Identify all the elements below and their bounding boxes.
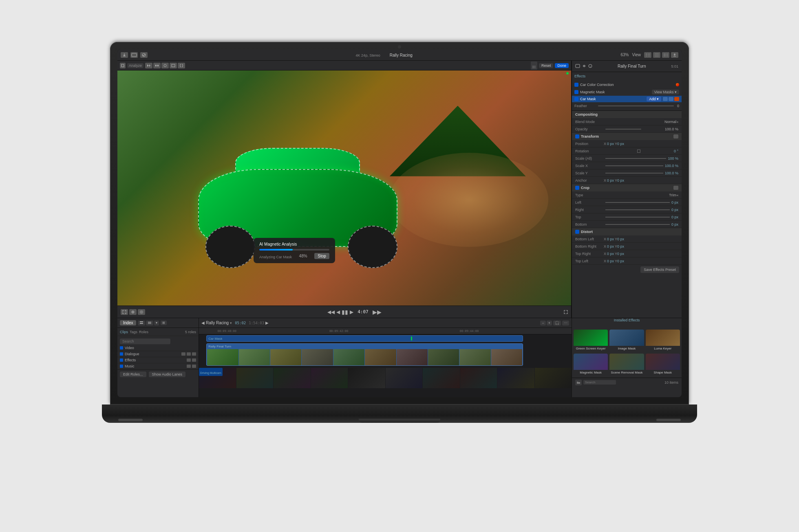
tags-tab[interactable]: Tags xyxy=(130,330,137,334)
download-icon[interactable] xyxy=(121,52,128,58)
anchor-x-value[interactable]: 0 px xyxy=(607,178,614,182)
distort-checkbox[interactable] xyxy=(575,230,579,234)
track-icon-1[interactable] xyxy=(181,352,185,356)
video-inspector-icon[interactable] xyxy=(575,64,580,69)
rally-final-turn-clip[interactable]: Rally Final Turn xyxy=(206,343,523,366)
effects-search-input[interactable] xyxy=(583,380,616,385)
shape-mask-thumb[interactable]: Shape Mask xyxy=(646,354,680,376)
opacity-slider[interactable] xyxy=(605,129,641,130)
crop-reset-icon[interactable] xyxy=(673,186,678,190)
clips-view-button[interactable] xyxy=(138,321,145,325)
effect-enabled-checkbox[interactable] xyxy=(574,83,578,87)
checkmark-icon[interactable] xyxy=(140,52,148,58)
mask-icon-1[interactable] xyxy=(663,97,668,101)
crop-top-slider[interactable] xyxy=(605,217,670,218)
add-mask-button[interactable]: Add ▾ xyxy=(647,97,661,101)
audio-toggle[interactable]: 🎧 xyxy=(553,321,561,325)
effects-folder-icon[interactable] xyxy=(575,380,582,385)
transform-tool-icon[interactable] xyxy=(129,309,137,315)
clips-tab[interactable]: Clips xyxy=(120,330,128,334)
tl-x-value[interactable]: 0 px xyxy=(607,259,614,263)
transform-checkbox[interactable] xyxy=(575,134,579,138)
top-left-row[interactable]: Top Left X 0 px Y 0 px xyxy=(572,257,682,265)
scene-removal-thumb[interactable]: Scene Removal Mask xyxy=(609,354,644,376)
edit-roles-button[interactable]: Edit Roles... xyxy=(120,372,146,377)
video-role-checkbox[interactable] xyxy=(120,346,123,350)
scale-x-row[interactable]: Scale X 100.0 % xyxy=(572,162,682,169)
rotation-row[interactable]: Rotation 0 ° xyxy=(572,147,682,155)
br-x-value[interactable]: 0 px xyxy=(607,244,614,248)
roles-tab[interactable]: Roles xyxy=(139,330,148,334)
split-icon[interactable] xyxy=(153,63,161,68)
rect-icon[interactable] xyxy=(170,63,177,68)
bl-x-value[interactable]: 0 px xyxy=(607,237,614,241)
track-icon-3[interactable] xyxy=(192,352,196,356)
crop-left-row[interactable]: Left 0 px xyxy=(572,199,682,206)
scale-all-row[interactable]: Scale (All) 100 % xyxy=(572,155,682,162)
transform-reset-icon[interactable] xyxy=(673,134,678,138)
top-right-row[interactable]: Top Right X 0 px Y 0 px xyxy=(572,250,682,257)
grid-icon[interactable] xyxy=(644,52,651,58)
crop-right-row[interactable]: Right 0 px xyxy=(572,206,682,213)
settings-tool-icon[interactable] xyxy=(138,309,145,315)
feather-slider[interactable] xyxy=(598,106,674,106)
timeline-settings[interactable]: ⋯ xyxy=(562,321,569,325)
pos-y-value[interactable]: 0 px xyxy=(617,142,624,146)
crop-checkbox[interactable] xyxy=(575,186,579,190)
tl-y-value[interactable]: 0 px xyxy=(617,259,624,263)
car-mask-row[interactable]: Car Mask Add ▾ xyxy=(572,96,682,102)
layout-icon[interactable] xyxy=(653,52,660,58)
crop-type-row[interactable]: Type Trim ◂ xyxy=(572,191,682,199)
luma-keyer-thumb[interactable]: Luma Keyer xyxy=(646,330,680,352)
crop-tool[interactable] xyxy=(120,63,126,68)
position-row[interactable]: Position X 0 px Y 0 px xyxy=(572,140,682,147)
green-screen-keyer-thumb[interactable]: Green Screen Keyer xyxy=(574,330,608,352)
group-by-button[interactable]: ▾ xyxy=(154,321,159,325)
scale-y-row[interactable]: Scale Y 100.0 % xyxy=(572,169,682,177)
go-to-start-icon[interactable]: ◀◀ xyxy=(327,309,335,315)
timeline-back-button[interactable]: ◀ xyxy=(201,321,205,325)
library-search-input[interactable] xyxy=(120,339,170,344)
bl-y-value[interactable]: 0 px xyxy=(617,237,624,241)
inspector-scroll-area[interactable]: Effects Car Color Correction xyxy=(572,72,682,318)
play-forward-btn[interactable]: ▶ xyxy=(350,309,353,315)
car-color-correction-item[interactable]: Car Color Correction xyxy=(572,81,682,88)
analyze-toolbar[interactable]: Analyze xyxy=(127,63,143,68)
anchor-y-value[interactable]: 0 px xyxy=(617,178,624,182)
show-audio-button[interactable]: Show Audio Lanes xyxy=(149,372,186,377)
anchor-row[interactable]: Anchor X 0 px Y 0 px xyxy=(572,177,682,184)
play-pause-button[interactable]: ▮▮ xyxy=(342,309,348,315)
info-icon[interactable]: i xyxy=(588,64,592,69)
audio-meters[interactable]: |||| xyxy=(531,62,537,70)
music-track-icon-1[interactable] xyxy=(187,365,191,368)
magnetic-mask-thumb[interactable]: Magnetic Mask xyxy=(574,354,608,376)
play-forward-icon[interactable] xyxy=(145,63,152,68)
mask-icon-2[interactable] xyxy=(669,97,673,101)
crop-left-slider[interactable] xyxy=(605,202,670,203)
zoom-out-button[interactable]: − xyxy=(540,321,545,325)
bottom-left-row[interactable]: Bottom Left X 0 px Y 0 px xyxy=(572,235,682,243)
mask-icon-3[interactable] xyxy=(674,97,679,101)
zoom-level[interactable]: 63% xyxy=(620,53,629,57)
timeline-tracks-area[interactable]: 00:09:40:00 00:09:42:00 00:09:44:00 Car … xyxy=(199,328,572,397)
brackets-icon[interactable] xyxy=(178,63,185,68)
opacity-row[interactable]: Opacity 100.0 % xyxy=(572,125,682,133)
audio-inspector-icon[interactable] xyxy=(582,64,587,69)
tr-y-value[interactable]: 0 px xyxy=(617,252,624,256)
scale-x-slider[interactable] xyxy=(605,165,663,166)
effects-track-icon-1[interactable] xyxy=(187,358,191,362)
scale-slider[interactable] xyxy=(605,158,666,159)
magnetic-mask-checkbox[interactable] xyxy=(574,90,578,94)
car-mask-clip[interactable]: Car Mask xyxy=(206,335,523,342)
effects-role-checkbox[interactable] xyxy=(120,358,123,362)
filter-button[interactable]: ⊞ xyxy=(161,321,167,325)
pos-x-value[interactable]: 0 px xyxy=(607,142,614,146)
music-track-icon-2[interactable] xyxy=(192,365,196,368)
scale-y-slider[interactable] xyxy=(605,173,663,174)
reset-button[interactable]: Reset xyxy=(539,63,554,68)
stop-button[interactable]: Stop xyxy=(314,253,329,259)
export-icon[interactable] xyxy=(671,52,678,58)
done-button[interactable]: Done xyxy=(555,63,569,68)
crop-bottom-row[interactable]: Bottom 0 px xyxy=(572,221,682,228)
circle-icon[interactable] xyxy=(161,63,169,68)
